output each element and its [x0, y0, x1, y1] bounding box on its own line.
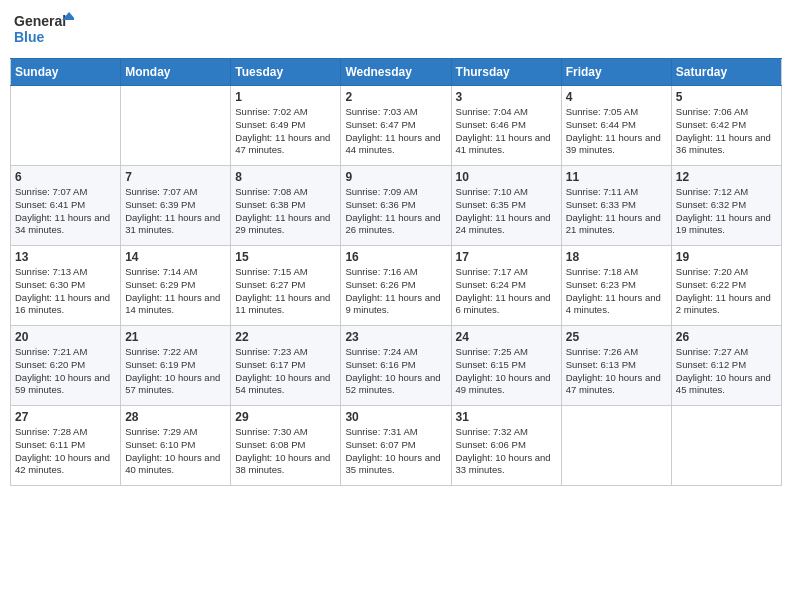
calendar-cell: 16Sunrise: 7:16 AM Sunset: 6:26 PM Dayli…	[341, 246, 451, 326]
day-header-tuesday: Tuesday	[231, 59, 341, 86]
cell-content: Sunrise: 7:20 AM Sunset: 6:22 PM Dayligh…	[676, 266, 777, 317]
day-number: 17	[456, 250, 557, 264]
day-number: 29	[235, 410, 336, 424]
day-number: 4	[566, 90, 667, 104]
cell-content: Sunrise: 7:07 AM Sunset: 6:39 PM Dayligh…	[125, 186, 226, 237]
calendar-cell: 12Sunrise: 7:12 AM Sunset: 6:32 PM Dayli…	[671, 166, 781, 246]
calendar-cell: 22Sunrise: 7:23 AM Sunset: 6:17 PM Dayli…	[231, 326, 341, 406]
calendar-cell	[561, 406, 671, 486]
day-number: 19	[676, 250, 777, 264]
calendar-cell: 11Sunrise: 7:11 AM Sunset: 6:33 PM Dayli…	[561, 166, 671, 246]
cell-content: Sunrise: 7:23 AM Sunset: 6:17 PM Dayligh…	[235, 346, 336, 397]
calendar-cell: 24Sunrise: 7:25 AM Sunset: 6:15 PM Dayli…	[451, 326, 561, 406]
cell-content: Sunrise: 7:26 AM Sunset: 6:13 PM Dayligh…	[566, 346, 667, 397]
cell-content: Sunrise: 7:07 AM Sunset: 6:41 PM Dayligh…	[15, 186, 116, 237]
cell-content: Sunrise: 7:18 AM Sunset: 6:23 PM Dayligh…	[566, 266, 667, 317]
calendar-cell: 30Sunrise: 7:31 AM Sunset: 6:07 PM Dayli…	[341, 406, 451, 486]
cell-content: Sunrise: 7:24 AM Sunset: 6:16 PM Dayligh…	[345, 346, 446, 397]
calendar-cell: 31Sunrise: 7:32 AM Sunset: 6:06 PM Dayli…	[451, 406, 561, 486]
cell-content: Sunrise: 7:10 AM Sunset: 6:35 PM Dayligh…	[456, 186, 557, 237]
cell-content: Sunrise: 7:29 AM Sunset: 6:10 PM Dayligh…	[125, 426, 226, 477]
cell-content: Sunrise: 7:32 AM Sunset: 6:06 PM Dayligh…	[456, 426, 557, 477]
calendar-cell: 9Sunrise: 7:09 AM Sunset: 6:36 PM Daylig…	[341, 166, 451, 246]
cell-content: Sunrise: 7:05 AM Sunset: 6:44 PM Dayligh…	[566, 106, 667, 157]
cell-content: Sunrise: 7:11 AM Sunset: 6:33 PM Dayligh…	[566, 186, 667, 237]
day-header-monday: Monday	[121, 59, 231, 86]
cell-content: Sunrise: 7:15 AM Sunset: 6:27 PM Dayligh…	[235, 266, 336, 317]
day-number: 13	[15, 250, 116, 264]
cell-content: Sunrise: 7:02 AM Sunset: 6:49 PM Dayligh…	[235, 106, 336, 157]
day-number: 21	[125, 330, 226, 344]
calendar-cell: 29Sunrise: 7:30 AM Sunset: 6:08 PM Dayli…	[231, 406, 341, 486]
cell-content: Sunrise: 7:14 AM Sunset: 6:29 PM Dayligh…	[125, 266, 226, 317]
logo-svg: GeneralBlue	[14, 10, 74, 50]
cell-content: Sunrise: 7:13 AM Sunset: 6:30 PM Dayligh…	[15, 266, 116, 317]
calendar-cell	[11, 86, 121, 166]
calendar-cell: 14Sunrise: 7:14 AM Sunset: 6:29 PM Dayli…	[121, 246, 231, 326]
day-number: 2	[345, 90, 446, 104]
calendar-cell: 7Sunrise: 7:07 AM Sunset: 6:39 PM Daylig…	[121, 166, 231, 246]
calendar-cell: 19Sunrise: 7:20 AM Sunset: 6:22 PM Dayli…	[671, 246, 781, 326]
cell-content: Sunrise: 7:04 AM Sunset: 6:46 PM Dayligh…	[456, 106, 557, 157]
day-number: 20	[15, 330, 116, 344]
page-header: GeneralBlue	[10, 10, 782, 50]
day-number: 7	[125, 170, 226, 184]
cell-content: Sunrise: 7:28 AM Sunset: 6:11 PM Dayligh…	[15, 426, 116, 477]
day-number: 25	[566, 330, 667, 344]
cell-content: Sunrise: 7:06 AM Sunset: 6:42 PM Dayligh…	[676, 106, 777, 157]
day-number: 18	[566, 250, 667, 264]
cell-content: Sunrise: 7:16 AM Sunset: 6:26 PM Dayligh…	[345, 266, 446, 317]
calendar-week-2: 6Sunrise: 7:07 AM Sunset: 6:41 PM Daylig…	[11, 166, 782, 246]
day-header-saturday: Saturday	[671, 59, 781, 86]
calendar-cell: 13Sunrise: 7:13 AM Sunset: 6:30 PM Dayli…	[11, 246, 121, 326]
calendar-cell: 4Sunrise: 7:05 AM Sunset: 6:44 PM Daylig…	[561, 86, 671, 166]
day-number: 9	[345, 170, 446, 184]
day-number: 8	[235, 170, 336, 184]
calendar-cell: 26Sunrise: 7:27 AM Sunset: 6:12 PM Dayli…	[671, 326, 781, 406]
cell-content: Sunrise: 7:25 AM Sunset: 6:15 PM Dayligh…	[456, 346, 557, 397]
calendar-cell: 8Sunrise: 7:08 AM Sunset: 6:38 PM Daylig…	[231, 166, 341, 246]
day-number: 12	[676, 170, 777, 184]
day-number: 10	[456, 170, 557, 184]
calendar-cell: 27Sunrise: 7:28 AM Sunset: 6:11 PM Dayli…	[11, 406, 121, 486]
day-header-wednesday: Wednesday	[341, 59, 451, 86]
day-number: 31	[456, 410, 557, 424]
calendar-table: SundayMondayTuesdayWednesdayThursdayFrid…	[10, 58, 782, 486]
day-number: 30	[345, 410, 446, 424]
calendar-cell: 17Sunrise: 7:17 AM Sunset: 6:24 PM Dayli…	[451, 246, 561, 326]
day-number: 5	[676, 90, 777, 104]
cell-content: Sunrise: 7:09 AM Sunset: 6:36 PM Dayligh…	[345, 186, 446, 237]
calendar-cell: 23Sunrise: 7:24 AM Sunset: 6:16 PM Dayli…	[341, 326, 451, 406]
calendar-cell: 21Sunrise: 7:22 AM Sunset: 6:19 PM Dayli…	[121, 326, 231, 406]
svg-text:General: General	[14, 13, 66, 29]
day-number: 22	[235, 330, 336, 344]
day-header-friday: Friday	[561, 59, 671, 86]
day-number: 24	[456, 330, 557, 344]
calendar-week-5: 27Sunrise: 7:28 AM Sunset: 6:11 PM Dayli…	[11, 406, 782, 486]
day-number: 3	[456, 90, 557, 104]
calendar-week-4: 20Sunrise: 7:21 AM Sunset: 6:20 PM Dayli…	[11, 326, 782, 406]
calendar-cell: 6Sunrise: 7:07 AM Sunset: 6:41 PM Daylig…	[11, 166, 121, 246]
calendar-week-3: 13Sunrise: 7:13 AM Sunset: 6:30 PM Dayli…	[11, 246, 782, 326]
calendar-cell: 25Sunrise: 7:26 AM Sunset: 6:13 PM Dayli…	[561, 326, 671, 406]
calendar-cell: 10Sunrise: 7:10 AM Sunset: 6:35 PM Dayli…	[451, 166, 561, 246]
calendar-cell: 18Sunrise: 7:18 AM Sunset: 6:23 PM Dayli…	[561, 246, 671, 326]
cell-content: Sunrise: 7:21 AM Sunset: 6:20 PM Dayligh…	[15, 346, 116, 397]
header-row: SundayMondayTuesdayWednesdayThursdayFrid…	[11, 59, 782, 86]
logo: GeneralBlue	[14, 10, 74, 50]
day-number: 28	[125, 410, 226, 424]
calendar-cell: 3Sunrise: 7:04 AM Sunset: 6:46 PM Daylig…	[451, 86, 561, 166]
cell-content: Sunrise: 7:08 AM Sunset: 6:38 PM Dayligh…	[235, 186, 336, 237]
calendar-week-1: 1Sunrise: 7:02 AM Sunset: 6:49 PM Daylig…	[11, 86, 782, 166]
calendar-cell: 5Sunrise: 7:06 AM Sunset: 6:42 PM Daylig…	[671, 86, 781, 166]
day-number: 16	[345, 250, 446, 264]
cell-content: Sunrise: 7:03 AM Sunset: 6:47 PM Dayligh…	[345, 106, 446, 157]
calendar-cell: 15Sunrise: 7:15 AM Sunset: 6:27 PM Dayli…	[231, 246, 341, 326]
calendar-cell: 2Sunrise: 7:03 AM Sunset: 6:47 PM Daylig…	[341, 86, 451, 166]
cell-content: Sunrise: 7:27 AM Sunset: 6:12 PM Dayligh…	[676, 346, 777, 397]
svg-text:Blue: Blue	[14, 29, 45, 45]
day-number: 6	[15, 170, 116, 184]
calendar-cell: 28Sunrise: 7:29 AM Sunset: 6:10 PM Dayli…	[121, 406, 231, 486]
day-number: 1	[235, 90, 336, 104]
cell-content: Sunrise: 7:30 AM Sunset: 6:08 PM Dayligh…	[235, 426, 336, 477]
